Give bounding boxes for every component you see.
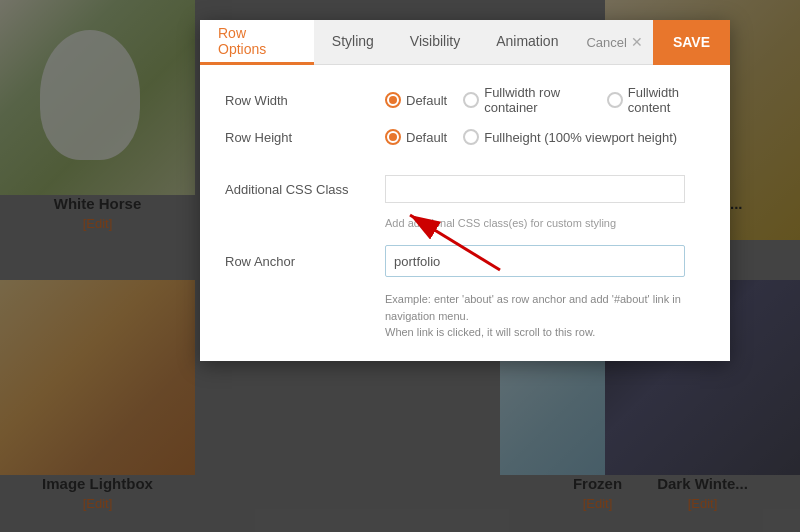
css-class-hint: Add additional CSS class(es) for custom … <box>385 217 705 229</box>
row-height-row: Row Height Default Fullheight (100% view… <box>225 129 705 145</box>
tab-styling[interactable]: Styling <box>314 20 392 65</box>
row-anchor-input[interactable] <box>385 245 685 277</box>
row-width-row: Row Width Default Fullwidth row containe… <box>225 85 705 115</box>
tab-bar: Row Options Styling Visibility Animation… <box>200 20 730 65</box>
row-width-options: Default Fullwidth row container Fullwidt… <box>385 85 705 115</box>
radio-fullheight-indicator <box>463 129 479 145</box>
modal-body: Row Width Default Fullwidth row containe… <box>200 65 730 361</box>
row-height-label: Row Height <box>225 130 385 145</box>
radio-fullwidth-content-indicator <box>607 92 623 108</box>
cancel-button[interactable]: Cancel ✕ <box>576 34 652 50</box>
css-class-label: Additional CSS Class <box>225 182 385 197</box>
tab-visibility[interactable]: Visibility <box>392 20 478 65</box>
row-width-label: Row Width <box>225 93 385 108</box>
row-anchor-hint: Example: enter 'about' as row anchor and… <box>385 291 705 341</box>
css-class-row: Additional CSS Class <box>225 175 705 203</box>
close-icon: ✕ <box>631 34 643 50</box>
tab-row-options[interactable]: Row Options <box>200 20 314 65</box>
radio-height-default-indicator <box>385 129 401 145</box>
row-anchor-row: Row Anchor <box>225 245 705 277</box>
radio-default-indicator <box>385 92 401 108</box>
css-class-input[interactable] <box>385 175 685 203</box>
row-anchor-label: Row Anchor <box>225 254 385 269</box>
radio-fullwidth-container-indicator <box>463 92 479 108</box>
save-button[interactable]: SAVE <box>653 20 730 65</box>
row-height-default[interactable]: Default <box>385 129 447 145</box>
row-width-default[interactable]: Default <box>385 92 447 108</box>
row-height-fullheight[interactable]: Fullheight (100% viewport height) <box>463 129 677 145</box>
row-width-fullwidth-container[interactable]: Fullwidth row container <box>463 85 591 115</box>
tab-animation[interactable]: Animation <box>478 20 576 65</box>
modal-panel: Row Options Styling Visibility Animation… <box>200 20 730 361</box>
row-width-fullwidth-content[interactable]: Fullwidth content <box>607 85 705 115</box>
row-height-options: Default Fullheight (100% viewport height… <box>385 129 677 145</box>
